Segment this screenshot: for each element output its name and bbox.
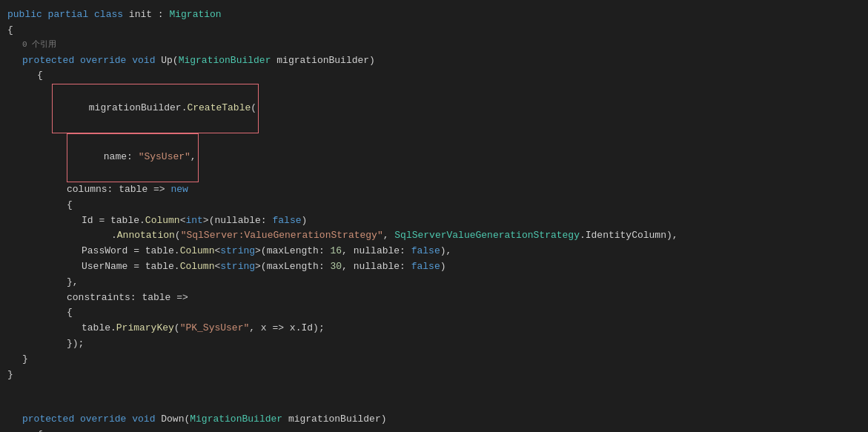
param-migration-builder: migrationBuilder) [271, 53, 374, 69]
line-open-brace-2: { [30, 68, 868, 84]
line-open-brace-down: { [30, 428, 868, 432]
line-class-declaration: public partial class init : Migration [0, 7, 868, 23]
code-editor: public partial class init : Migration { … [0, 0, 868, 432]
highlight-name-sysuser: name: "SysUser", [67, 133, 199, 182]
line-method-down: protected override void Down( MigrationB… [15, 412, 868, 428]
line-ref-count: 0 个引用 [15, 39, 868, 53]
keyword-public: public [7, 7, 48, 23]
keyword-protected: protected [22, 53, 80, 69]
line-close-brace-comma: }, [59, 275, 868, 290]
line-create-table-highlighted: migrationBuilder.CreateTable( [44, 84, 868, 133]
code-create-table: CreateTable [187, 102, 251, 113]
line-close-brace-up: } [15, 352, 868, 368]
keyword-class: class [94, 7, 129, 23]
line-password-column: PassWord = table.Column<string>(maxLengt… [74, 244, 868, 259]
line-primary-key: table.PrimaryKey("PK_SysUser", x => x.Id… [74, 321, 868, 336]
line-username-column: UserName = table.Column<string>(maxLengt… [74, 259, 868, 275]
keyword-override-down: override [80, 412, 132, 428]
line-id-column: Id = table.Column<int>(nullable: false) [74, 213, 868, 229]
line-name-sysuser: name: "SysUser", [59, 133, 868, 182]
line-open-brace-3: { [59, 198, 868, 213]
code-migration-builder: migrationBuilder. [89, 102, 188, 113]
line-open-brace-4: { [59, 305, 868, 321]
line-method-up: protected override void Up( MigrationBui… [15, 53, 868, 69]
line-constraints: constraints: table => [59, 290, 868, 306]
type-migration-builder: MigrationBuilder [179, 53, 271, 69]
class-name: init : [129, 7, 170, 23]
keyword-override: override [80, 53, 132, 69]
line-close-brace-paren: }); [59, 336, 868, 352]
empty-line-2 [0, 397, 868, 412]
reference-count: 0 个引用 [22, 39, 56, 52]
keyword-void: void [132, 53, 161, 69]
line-open-brace-1: { [0, 23, 868, 39]
keyword-protected-down: protected [22, 412, 80, 428]
keyword-void-down: void [132, 412, 161, 428]
keyword-partial: partial [48, 7, 94, 23]
empty-line-1 [0, 382, 868, 397]
line-columns: columns: table => new [59, 182, 868, 198]
base-class: Migration [169, 7, 221, 23]
type-migration-builder-down: MigrationBuilder [190, 412, 282, 428]
line-annotation: .Annotation("SqlServer:ValueGenerationSt… [104, 228, 868, 244]
param-migration-builder-down: migrationBuilder) [282, 412, 386, 428]
line-close-brace-class-1: } [0, 368, 868, 383]
method-name-down: Down( [161, 412, 190, 428]
method-name-up: Up( [161, 53, 178, 69]
highlight-create-table: migrationBuilder.CreateTable( [52, 84, 259, 133]
